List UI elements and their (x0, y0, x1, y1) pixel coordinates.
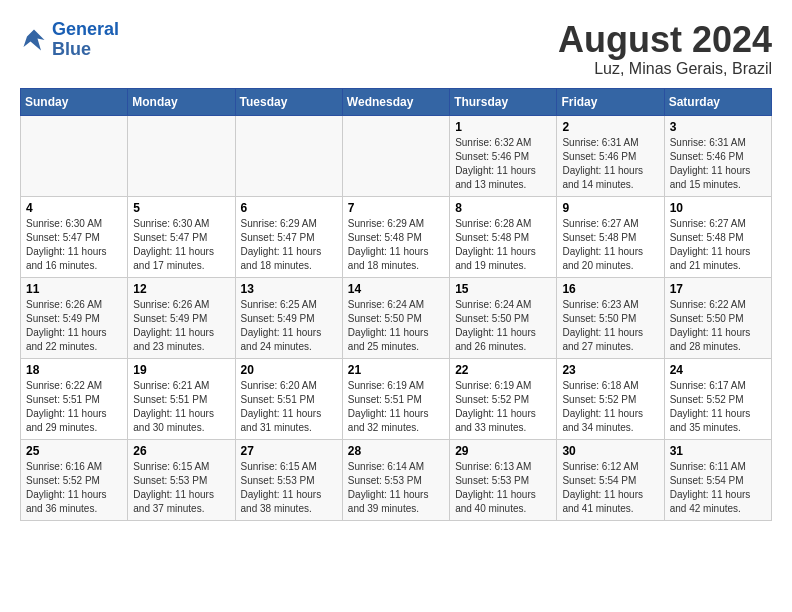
day-info: Sunrise: 6:24 AM Sunset: 5:50 PM Dayligh… (455, 298, 551, 354)
day-info: Sunrise: 6:32 AM Sunset: 5:46 PM Dayligh… (455, 136, 551, 192)
day-number: 16 (562, 282, 658, 296)
day-number: 31 (670, 444, 766, 458)
day-info: Sunrise: 6:14 AM Sunset: 5:53 PM Dayligh… (348, 460, 444, 516)
day-number: 25 (26, 444, 122, 458)
day-number: 4 (26, 201, 122, 215)
column-header-sunday: Sunday (21, 88, 128, 115)
day-number: 20 (241, 363, 337, 377)
calendar-cell: 6Sunrise: 6:29 AM Sunset: 5:47 PM Daylig… (235, 196, 342, 277)
day-number: 30 (562, 444, 658, 458)
day-info: Sunrise: 6:17 AM Sunset: 5:52 PM Dayligh… (670, 379, 766, 435)
logo: General Blue (20, 20, 119, 60)
day-info: Sunrise: 6:28 AM Sunset: 5:48 PM Dayligh… (455, 217, 551, 273)
page-header: General Blue August 2024 Luz, Minas Gera… (20, 20, 772, 78)
column-header-saturday: Saturday (664, 88, 771, 115)
calendar-cell (235, 115, 342, 196)
day-number: 29 (455, 444, 551, 458)
calendar-week-1: 1Sunrise: 6:32 AM Sunset: 5:46 PM Daylig… (21, 115, 772, 196)
calendar-cell: 31Sunrise: 6:11 AM Sunset: 5:54 PM Dayli… (664, 439, 771, 520)
day-info: Sunrise: 6:21 AM Sunset: 5:51 PM Dayligh… (133, 379, 229, 435)
day-number: 18 (26, 363, 122, 377)
calendar-cell: 1Sunrise: 6:32 AM Sunset: 5:46 PM Daylig… (450, 115, 557, 196)
calendar-cell: 10Sunrise: 6:27 AM Sunset: 5:48 PM Dayli… (664, 196, 771, 277)
calendar-cell: 20Sunrise: 6:20 AM Sunset: 5:51 PM Dayli… (235, 358, 342, 439)
day-number: 12 (133, 282, 229, 296)
calendar-cell: 26Sunrise: 6:15 AM Sunset: 5:53 PM Dayli… (128, 439, 235, 520)
day-number: 2 (562, 120, 658, 134)
day-info: Sunrise: 6:27 AM Sunset: 5:48 PM Dayligh… (562, 217, 658, 273)
calendar-subtitle: Luz, Minas Gerais, Brazil (558, 60, 772, 78)
day-number: 28 (348, 444, 444, 458)
day-info: Sunrise: 6:29 AM Sunset: 5:48 PM Dayligh… (348, 217, 444, 273)
calendar-cell: 18Sunrise: 6:22 AM Sunset: 5:51 PM Dayli… (21, 358, 128, 439)
day-info: Sunrise: 6:19 AM Sunset: 5:51 PM Dayligh… (348, 379, 444, 435)
day-info: Sunrise: 6:24 AM Sunset: 5:50 PM Dayligh… (348, 298, 444, 354)
day-info: Sunrise: 6:31 AM Sunset: 5:46 PM Dayligh… (562, 136, 658, 192)
day-info: Sunrise: 6:15 AM Sunset: 5:53 PM Dayligh… (133, 460, 229, 516)
calendar-week-5: 25Sunrise: 6:16 AM Sunset: 5:52 PM Dayli… (21, 439, 772, 520)
day-info: Sunrise: 6:16 AM Sunset: 5:52 PM Dayligh… (26, 460, 122, 516)
day-info: Sunrise: 6:31 AM Sunset: 5:46 PM Dayligh… (670, 136, 766, 192)
day-number: 13 (241, 282, 337, 296)
calendar-cell: 5Sunrise: 6:30 AM Sunset: 5:47 PM Daylig… (128, 196, 235, 277)
day-number: 19 (133, 363, 229, 377)
day-number: 15 (455, 282, 551, 296)
calendar-cell: 17Sunrise: 6:22 AM Sunset: 5:50 PM Dayli… (664, 277, 771, 358)
day-number: 7 (348, 201, 444, 215)
day-number: 10 (670, 201, 766, 215)
calendar-cell: 2Sunrise: 6:31 AM Sunset: 5:46 PM Daylig… (557, 115, 664, 196)
day-info: Sunrise: 6:26 AM Sunset: 5:49 PM Dayligh… (26, 298, 122, 354)
day-number: 24 (670, 363, 766, 377)
day-number: 3 (670, 120, 766, 134)
day-info: Sunrise: 6:23 AM Sunset: 5:50 PM Dayligh… (562, 298, 658, 354)
day-info: Sunrise: 6:22 AM Sunset: 5:50 PM Dayligh… (670, 298, 766, 354)
calendar-cell: 21Sunrise: 6:19 AM Sunset: 5:51 PM Dayli… (342, 358, 449, 439)
column-header-thursday: Thursday (450, 88, 557, 115)
day-info: Sunrise: 6:12 AM Sunset: 5:54 PM Dayligh… (562, 460, 658, 516)
day-info: Sunrise: 6:29 AM Sunset: 5:47 PM Dayligh… (241, 217, 337, 273)
day-number: 23 (562, 363, 658, 377)
column-header-tuesday: Tuesday (235, 88, 342, 115)
day-info: Sunrise: 6:20 AM Sunset: 5:51 PM Dayligh… (241, 379, 337, 435)
day-info: Sunrise: 6:27 AM Sunset: 5:48 PM Dayligh… (670, 217, 766, 273)
calendar-cell: 23Sunrise: 6:18 AM Sunset: 5:52 PM Dayli… (557, 358, 664, 439)
calendar-cell: 19Sunrise: 6:21 AM Sunset: 5:51 PM Dayli… (128, 358, 235, 439)
day-number: 6 (241, 201, 337, 215)
day-number: 11 (26, 282, 122, 296)
day-info: Sunrise: 6:19 AM Sunset: 5:52 PM Dayligh… (455, 379, 551, 435)
calendar-table: SundayMondayTuesdayWednesdayThursdayFrid… (20, 88, 772, 521)
calendar-cell: 9Sunrise: 6:27 AM Sunset: 5:48 PM Daylig… (557, 196, 664, 277)
calendar-header-row: SundayMondayTuesdayWednesdayThursdayFrid… (21, 88, 772, 115)
day-number: 8 (455, 201, 551, 215)
calendar-cell: 24Sunrise: 6:17 AM Sunset: 5:52 PM Dayli… (664, 358, 771, 439)
calendar-cell: 22Sunrise: 6:19 AM Sunset: 5:52 PM Dayli… (450, 358, 557, 439)
calendar-cell: 14Sunrise: 6:24 AM Sunset: 5:50 PM Dayli… (342, 277, 449, 358)
calendar-cell (21, 115, 128, 196)
calendar-title: August 2024 (558, 20, 772, 60)
calendar-cell: 27Sunrise: 6:15 AM Sunset: 5:53 PM Dayli… (235, 439, 342, 520)
calendar-cell: 25Sunrise: 6:16 AM Sunset: 5:52 PM Dayli… (21, 439, 128, 520)
logo-text: General Blue (52, 20, 119, 60)
day-number: 27 (241, 444, 337, 458)
day-number: 1 (455, 120, 551, 134)
calendar-cell: 16Sunrise: 6:23 AM Sunset: 5:50 PM Dayli… (557, 277, 664, 358)
day-info: Sunrise: 6:26 AM Sunset: 5:49 PM Dayligh… (133, 298, 229, 354)
day-info: Sunrise: 6:11 AM Sunset: 5:54 PM Dayligh… (670, 460, 766, 516)
column-header-friday: Friday (557, 88, 664, 115)
day-info: Sunrise: 6:18 AM Sunset: 5:52 PM Dayligh… (562, 379, 658, 435)
calendar-cell: 12Sunrise: 6:26 AM Sunset: 5:49 PM Dayli… (128, 277, 235, 358)
calendar-cell: 7Sunrise: 6:29 AM Sunset: 5:48 PM Daylig… (342, 196, 449, 277)
calendar-week-2: 4Sunrise: 6:30 AM Sunset: 5:47 PM Daylig… (21, 196, 772, 277)
day-info: Sunrise: 6:15 AM Sunset: 5:53 PM Dayligh… (241, 460, 337, 516)
day-info: Sunrise: 6:22 AM Sunset: 5:51 PM Dayligh… (26, 379, 122, 435)
column-header-monday: Monday (128, 88, 235, 115)
day-info: Sunrise: 6:13 AM Sunset: 5:53 PM Dayligh… (455, 460, 551, 516)
calendar-cell (128, 115, 235, 196)
calendar-cell: 4Sunrise: 6:30 AM Sunset: 5:47 PM Daylig… (21, 196, 128, 277)
calendar-cell (342, 115, 449, 196)
day-info: Sunrise: 6:30 AM Sunset: 5:47 PM Dayligh… (133, 217, 229, 273)
svg-marker-0 (24, 29, 45, 50)
day-number: 17 (670, 282, 766, 296)
day-number: 22 (455, 363, 551, 377)
calendar-cell: 28Sunrise: 6:14 AM Sunset: 5:53 PM Dayli… (342, 439, 449, 520)
